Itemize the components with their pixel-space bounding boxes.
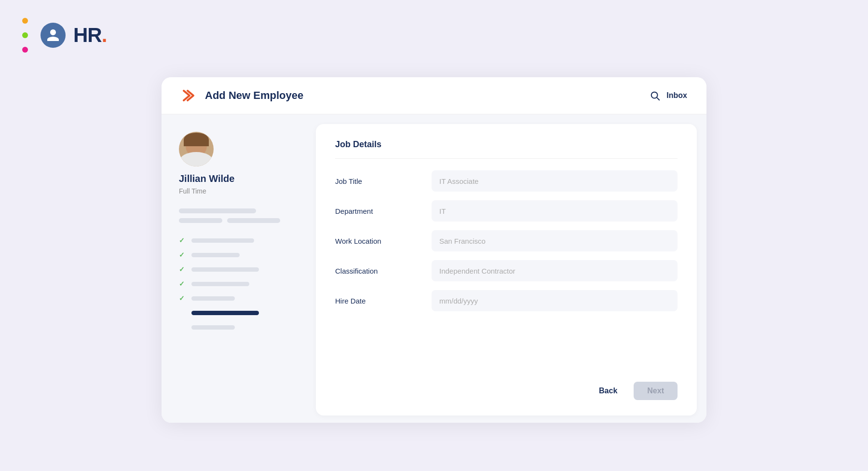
job-title-input[interactable]: [432, 170, 678, 192]
user-avatar-bubble[interactable]: [41, 23, 66, 48]
classification-field: Classification: [335, 260, 678, 281]
user-icon: [46, 28, 60, 42]
section-title: Job Details: [335, 139, 678, 159]
employee-type: Full Time: [179, 187, 206, 195]
check-icon-4: ✓: [179, 280, 187, 288]
skeleton-line-2a: [179, 218, 222, 223]
back-button[interactable]: Back: [589, 382, 627, 400]
search-button[interactable]: [648, 89, 662, 102]
header-left: Add New Employee: [181, 87, 303, 104]
next-button[interactable]: Next: [634, 382, 678, 400]
checklist-item-1: ✓: [179, 236, 300, 244]
main-card: Add New Employee Inbox: [162, 77, 706, 423]
progress-bar-active: [191, 311, 259, 315]
logo: HR.: [73, 24, 107, 47]
job-title-field: Job Title: [335, 170, 678, 192]
work-location-label: Work Location: [335, 237, 432, 245]
left-panel: Jillian Wilde Full Time ✓ ✓: [162, 114, 316, 423]
check-icon-7: ✓: [179, 323, 187, 331]
check-icon-5: ✓: [179, 294, 187, 302]
department-label: Department: [335, 207, 432, 215]
checklist-item-7: ✓: [179, 323, 300, 331]
checklist: ✓ ✓ ✓ ✓ ✓: [179, 236, 300, 331]
department-input[interactable]: [432, 200, 678, 222]
skeleton-line-2b: [227, 218, 280, 223]
header-logo-icon: [181, 87, 198, 104]
department-field: Department: [335, 200, 678, 222]
top-bar: HR.: [0, 0, 868, 70]
classification-input[interactable]: [432, 260, 678, 281]
avatar-body: [179, 152, 213, 166]
checklist-item-3: ✓: [179, 265, 300, 273]
checklist-item-5: ✓: [179, 294, 300, 302]
hire-date-input[interactable]: [432, 290, 678, 311]
green-dot: [22, 32, 28, 38]
check-bar-4: [191, 282, 249, 286]
search-icon: [650, 90, 660, 101]
check-icon-1: ✓: [179, 236, 187, 244]
check-bar-5: [191, 296, 235, 301]
skeleton-lines: [179, 208, 300, 223]
employee-avatar: [179, 132, 214, 166]
job-title-label: Job Title: [335, 177, 432, 185]
right-panel: Job Details Job Title Department Work Lo…: [316, 124, 697, 416]
pink-dot: [22, 47, 28, 53]
check-bar-1: [191, 238, 254, 243]
inbox-label: Inbox: [666, 91, 687, 100]
avatar-hair: [184, 133, 209, 146]
form-footer: Back Next: [335, 370, 678, 400]
work-location-field: Work Location: [335, 230, 678, 251]
skeleton-row: [179, 218, 300, 223]
checklist-item-2: ✓: [179, 251, 300, 259]
check-icon-active: ✓: [179, 309, 187, 317]
dots-container: [19, 14, 31, 57]
card-body: Jillian Wilde Full Time ✓ ✓: [162, 114, 706, 423]
employee-info: Jillian Wilde Full Time: [179, 132, 300, 195]
check-icon-3: ✓: [179, 265, 187, 273]
hire-date-label: Hire Date: [335, 297, 432, 305]
checklist-item-4: ✓: [179, 280, 300, 288]
check-bar-2: [191, 253, 240, 257]
svg-line-1: [657, 97, 659, 100]
work-location-input[interactable]: [432, 230, 678, 251]
header-right: Inbox: [648, 89, 687, 102]
check-bar-3: [191, 267, 259, 272]
checklist-item-active: ✓: [179, 309, 300, 317]
orange-dot: [22, 18, 28, 24]
header-title: Add New Employee: [205, 89, 303, 102]
check-icon-2: ✓: [179, 251, 187, 259]
hire-date-field: Hire Date: [335, 290, 678, 311]
employee-name: Jillian Wilde: [179, 173, 234, 184]
classification-label: Classification: [335, 267, 432, 275]
skeleton-line-1: [179, 208, 256, 213]
card-header: Add New Employee Inbox: [162, 77, 706, 114]
check-bar-7: [191, 325, 235, 330]
